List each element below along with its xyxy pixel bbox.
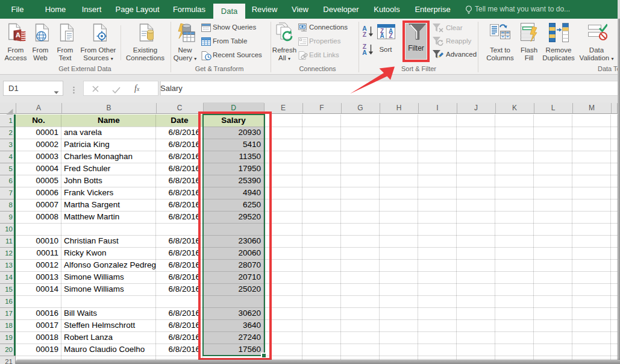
svg-text:A: A (380, 33, 384, 39)
svg-text:A: A (16, 31, 20, 39)
svg-text:Z: Z (389, 33, 392, 39)
